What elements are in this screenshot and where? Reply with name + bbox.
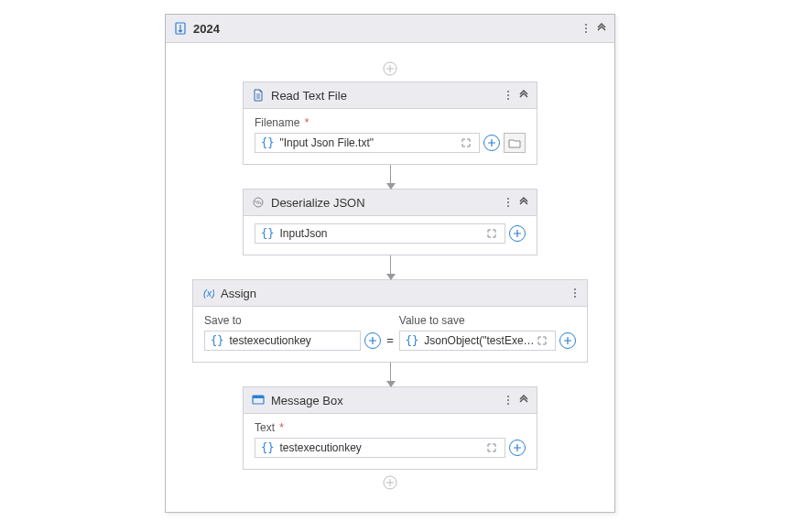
json-input[interactable]: {} InputJson: [255, 223, 505, 244]
save-to-label: Save to: [204, 314, 381, 327]
expand-icon[interactable]: [484, 440, 499, 455]
message-icon: [251, 393, 266, 407]
required-mark: *: [305, 116, 309, 129]
sequence-header[interactable]: 2024: [166, 15, 614, 43]
add-activity-bottom[interactable]: [383, 475, 397, 490]
json-value: InputJson: [279, 227, 484, 240]
add-expression-button[interactable]: [509, 225, 526, 242]
collapse-icon[interactable]: [518, 197, 529, 208]
activity-menu-icon[interactable]: [504, 196, 513, 209]
sequence-title: 2024: [193, 22, 220, 36]
sequence-menu-icon[interactable]: [581, 22, 591, 35]
activity-header[interactable]: Message Box: [244, 387, 537, 414]
expand-icon[interactable]: [535, 333, 549, 348]
text-value: testexecutionkey: [279, 441, 484, 454]
json-icon: [251, 195, 266, 210]
activity-header[interactable]: (x) Assign: [193, 280, 587, 307]
activity-deserialize-json[interactable]: Deserialize JSON {} InputJson: [243, 189, 537, 255]
filename-input[interactable]: {} "Input Json File.txt": [255, 133, 480, 153]
equals-sign: =: [386, 333, 394, 351]
save-to-input[interactable]: {} testexecutionkey: [204, 331, 361, 351]
collapse-icon[interactable]: [518, 395, 529, 406]
activity-read-text-file[interactable]: Read Text File Filename * {} "Input Json: [243, 81, 537, 165]
activity-content: {} InputJson: [244, 216, 537, 255]
activity-assign[interactable]: (x) Assign Save to {} testexecutionkey: [192, 279, 588, 363]
text-input[interactable]: {} testexecutionkey: [255, 438, 505, 458]
label-text: Text: [255, 421, 275, 434]
field-label: Filename *: [255, 116, 526, 129]
expression-icon: {}: [261, 227, 274, 240]
file-icon: [251, 88, 266, 103]
expression-icon: {}: [261, 136, 274, 149]
sequence-icon: [173, 21, 188, 36]
expand-icon[interactable]: [484, 226, 499, 241]
activity-title: Deserialize JSON: [271, 196, 365, 210]
collapse-icon[interactable]: [596, 23, 607, 34]
activity-title: Message Box: [271, 394, 343, 407]
add-expression-button[interactable]: [559, 332, 576, 349]
flow-arrow: [390, 363, 391, 386]
expand-icon[interactable]: [459, 136, 473, 150]
field-label: Text *: [255, 421, 526, 434]
add-activity-top[interactable]: [383, 61, 397, 76]
add-expression-button[interactable]: [509, 440, 526, 456]
label-text: Filename: [255, 116, 299, 129]
activity-menu-icon[interactable]: [504, 89, 513, 102]
activity-message-box[interactable]: Message Box Text * {} testexecutionkey: [243, 386, 537, 470]
expression-icon: {}: [261, 441, 274, 454]
svg-text:(x): (x): [203, 288, 214, 299]
activity-content: Save to {} testexecutionkey =: [193, 307, 587, 362]
flow-arrow: [390, 255, 391, 279]
collapse-icon[interactable]: [518, 90, 529, 101]
activity-content: Text * {} testexecutionkey: [244, 414, 537, 469]
activity-header[interactable]: Read Text File: [244, 82, 537, 109]
add-expression-button[interactable]: [483, 135, 500, 151]
value-to-save-input[interactable]: {} JsonObject("testExecut: [399, 331, 556, 351]
activity-menu-icon[interactable]: [504, 394, 513, 407]
activity-menu-icon[interactable]: [570, 287, 580, 299]
activity-title: Read Text File: [271, 89, 347, 103]
expression-icon: {}: [406, 334, 418, 347]
flow-arrow: [390, 165, 391, 189]
add-expression-button[interactable]: [364, 332, 381, 349]
activity-header[interactable]: Deserialize JSON: [244, 190, 537, 216]
filename-value: "Input Json File.txt": [279, 136, 459, 149]
variable-icon: (x): [201, 286, 215, 300]
sequence-body: Read Text File Filename * {} "Input Json: [166, 43, 614, 512]
activity-content: Filename * {} "Input Json File.txt": [244, 109, 537, 164]
value-to-save-value: JsonObject("testExecut: [424, 334, 535, 347]
save-to-value: testexecutionkey: [229, 334, 354, 347]
svg-rect-5: [253, 396, 264, 398]
sequence-container: 2024 Read Text File: [165, 14, 615, 513]
browse-folder-button[interactable]: [504, 133, 526, 153]
required-mark: *: [279, 421, 284, 434]
activity-title: Assign: [221, 287, 256, 300]
value-to-save-label: Value to save: [399, 314, 576, 327]
expression-icon: {}: [211, 334, 223, 347]
